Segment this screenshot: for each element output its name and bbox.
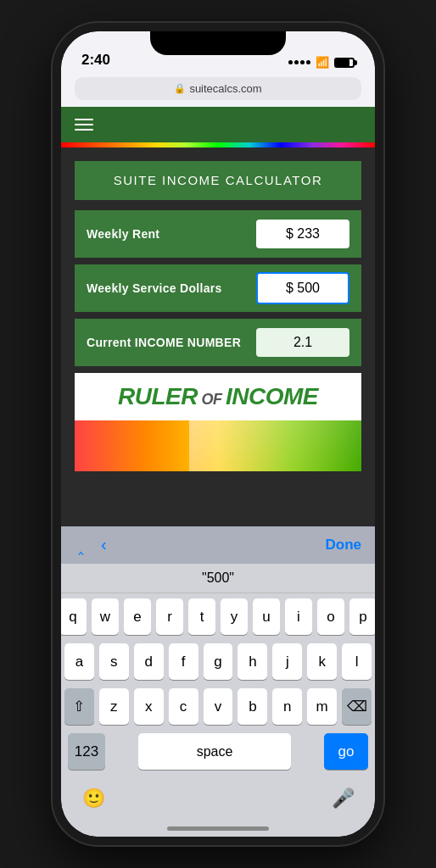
weekly-rent-row: Weekly Rent [75, 210, 361, 258]
shift-key[interactable]: ⇧ [64, 688, 94, 725]
key-z[interactable]: z [99, 688, 129, 725]
key-u[interactable]: u [253, 598, 280, 635]
app-header [61, 107, 375, 142]
ruler-banner: RULER OF INCOME [75, 373, 361, 420]
home-bar [167, 826, 269, 831]
key-l[interactable]: l [342, 643, 372, 680]
phone-screen: 2:40 📶 🔒 suitecalcs.com [61, 31, 375, 837]
key-row-4: 123 space go [64, 733, 372, 770]
calculator-title-box: SUITE INCOME CALCULATOR [75, 161, 361, 200]
weekly-service-row: Weekly Service Dollars [75, 264, 361, 312]
emoji-key[interactable]: 🙂 [75, 780, 112, 816]
go-key[interactable]: go [324, 733, 368, 770]
battery-icon [334, 58, 355, 68]
hamburger-menu[interactable] [75, 119, 93, 131]
url-text: suitecalcs.com [189, 82, 261, 95]
weekly-service-label: Weekly Service Dollars [87, 281, 222, 295]
space-key[interactable]: space [138, 733, 291, 770]
key-n[interactable]: n [272, 688, 302, 725]
key-i[interactable]: i [285, 598, 312, 635]
status-icons: 📶 [288, 56, 355, 69]
signal-icon [288, 60, 310, 64]
url-display[interactable]: 🔒 suitecalcs.com [75, 77, 361, 100]
key-row-3: ⇧ z x c v b n m ⌫ [64, 688, 372, 725]
key-r[interactable]: r [156, 598, 183, 635]
wifi-icon: 📶 [316, 56, 329, 69]
key-q[interactable]: q [61, 598, 87, 635]
suggestion-bar: "500" [61, 564, 375, 593]
lock-icon: 🔒 [174, 83, 186, 94]
delete-key[interactable]: ⌫ [342, 688, 372, 725]
key-b[interactable]: b [238, 688, 267, 725]
hamburger-line-1 [75, 119, 93, 120]
key-w[interactable]: w [92, 598, 119, 635]
key-s[interactable]: s [99, 643, 129, 680]
key-row-1: q w e r t y u i o p [64, 598, 372, 635]
income-number-label: Current INCOME NUMBER [87, 336, 241, 349]
weekly-rent-input[interactable] [256, 220, 349, 248]
calculator-section: SUITE INCOME CALCULATOR Weekly Rent Week… [61, 147, 375, 526]
calculator-title: SUITE INCOME CALCULATOR [114, 173, 322, 187]
key-p[interactable]: p [349, 598, 375, 635]
keyboard-rows: q w e r t y u i o p a s d f g [61, 593, 375, 780]
hamburger-line-3 [75, 129, 93, 131]
nav-prev-button[interactable]: ‸ [75, 533, 87, 557]
income-number-value: 2.1 [256, 328, 349, 357]
key-f[interactable]: f [169, 643, 198, 680]
ruler-chart [75, 420, 361, 471]
key-e[interactable]: e [124, 598, 151, 635]
key-row-2: a s d f g h j k l [64, 643, 372, 680]
phone-frame: 2:40 📶 🔒 suitecalcs.com [53, 23, 383, 845]
weekly-rent-label: Weekly Rent [87, 227, 159, 241]
mic-key[interactable]: 🎤 [324, 780, 361, 816]
key-h[interactable]: h [238, 643, 267, 680]
nav-next-button[interactable]: ‹ [98, 533, 110, 557]
keyboard-toolbar: ‸ ‹ Done [61, 526, 375, 564]
status-time: 2:40 [81, 52, 110, 69]
key-v[interactable]: v [204, 688, 233, 725]
keyboard-area: ‸ ‹ Done "500" q w e r t y u [61, 526, 375, 837]
key-g[interactable]: g [204, 643, 233, 680]
ruler-title: RULER OF INCOME [118, 383, 318, 410]
key-o[interactable]: o [317, 598, 344, 635]
home-indicator [61, 820, 375, 837]
key-t[interactable]: t [188, 598, 215, 635]
url-bar[interactable]: 🔒 suitecalcs.com [61, 74, 375, 107]
keyboard-nav: ‸ ‹ [75, 533, 110, 557]
income-number-row: Current INCOME NUMBER 2.1 [75, 319, 361, 366]
hamburger-line-2 [75, 124, 93, 125]
keyboard-done-button[interactable]: Done [326, 537, 362, 554]
key-a[interactable]: a [64, 643, 94, 680]
weekly-service-input[interactable] [256, 272, 349, 304]
emoji-mic-row: 🙂 🎤 [61, 780, 375, 816]
key-m[interactable]: m [307, 688, 337, 725]
key-k[interactable]: k [307, 643, 337, 680]
ruler-chart-overlay [189, 420, 361, 471]
key-y[interactable]: y [221, 598, 248, 635]
key-c[interactable]: c [169, 688, 198, 725]
suggestion-item[interactable]: "500" [185, 570, 251, 586]
app-content: SUITE INCOME CALCULATOR Weekly Rent Week… [61, 107, 375, 526]
key-d[interactable]: d [134, 643, 164, 680]
key-x[interactable]: x [134, 688, 164, 725]
number-key[interactable]: 123 [68, 733, 105, 770]
key-j[interactable]: j [272, 643, 302, 680]
notch [150, 31, 286, 55]
